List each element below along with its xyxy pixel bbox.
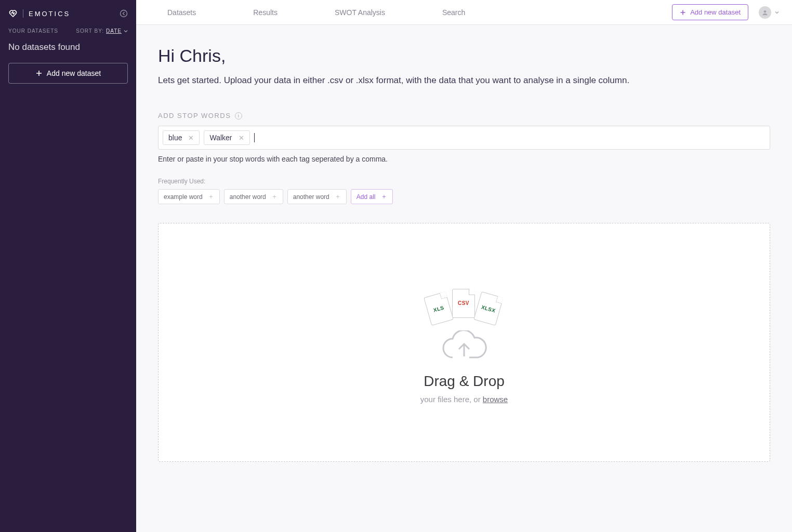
stopword-chip-label: blue bbox=[168, 134, 182, 142]
plus-icon bbox=[680, 9, 686, 16]
chevron-down-icon bbox=[124, 29, 128, 33]
avatar-icon bbox=[759, 6, 771, 19]
your-datasets-label: YOUR DATASETS bbox=[8, 28, 58, 34]
frequent-chip[interactable]: another word ＋ bbox=[287, 189, 347, 204]
sort-by-label: SORT BY: bbox=[76, 28, 104, 34]
tab-datasets[interactable]: Datasets bbox=[167, 8, 196, 17]
sidebar: EMOTICS YOUR DATASETS SORT BY: DATE No d… bbox=[0, 0, 136, 532]
sort-by-value[interactable]: DATE bbox=[106, 28, 122, 34]
stopword-chip: Walker ✕ bbox=[204, 130, 249, 145]
stopword-chip-label: Walker bbox=[209, 134, 232, 142]
tab-results[interactable]: Results bbox=[253, 8, 278, 17]
file-dropzone[interactable]: XLS CSV XLSX Drag & Drop your files here… bbox=[158, 223, 770, 462]
sidebar-header: EMOTICS bbox=[0, 0, 136, 28]
frequent-chip-label: another word bbox=[293, 193, 329, 201]
brand-divider bbox=[23, 9, 23, 18]
plus-icon: ＋ bbox=[208, 192, 214, 201]
plus-icon: ＋ bbox=[271, 192, 278, 201]
stopwords-input[interactable]: blue ✕ Walker ✕ bbox=[158, 126, 770, 150]
sidebar-add-dataset-label: Add new dataset bbox=[47, 69, 101, 77]
topbar-tabs: Datasets Results SWOT Analysis Search bbox=[167, 8, 465, 17]
info-icon[interactable]: i bbox=[235, 112, 242, 119]
main: Datasets Results SWOT Analysis Search Ad… bbox=[136, 0, 792, 532]
tab-search[interactable]: Search bbox=[442, 8, 465, 17]
stopword-chip: blue ✕ bbox=[163, 130, 200, 145]
file-csv-icon: CSV bbox=[452, 289, 475, 318]
plus-icon bbox=[35, 70, 43, 77]
brand: EMOTICS bbox=[8, 9, 70, 18]
plus-icon: ＋ bbox=[335, 192, 341, 201]
plus-icon: ＋ bbox=[381, 192, 387, 201]
remove-chip-icon[interactable]: ✕ bbox=[188, 134, 194, 142]
tab-swot-analysis[interactable]: SWOT Analysis bbox=[335, 8, 385, 17]
collapse-sidebar-icon[interactable] bbox=[120, 9, 128, 18]
brand-logo-icon bbox=[8, 9, 18, 18]
sidebar-add-dataset-button[interactable]: Add new dataset bbox=[8, 63, 128, 84]
no-datasets-text: No datasets found bbox=[0, 40, 136, 63]
stopwords-label: ADD STOP WORDS bbox=[158, 112, 231, 119]
dropzone-title: Drag & Drop bbox=[424, 373, 505, 390]
user-menu[interactable] bbox=[759, 6, 780, 19]
remove-chip-icon[interactable]: ✕ bbox=[239, 134, 244, 142]
stopwords-label-row: ADD STOP WORDS i bbox=[158, 112, 770, 119]
svg-point-1 bbox=[764, 10, 767, 12]
browse-link[interactable]: browse bbox=[483, 395, 508, 404]
topbar-add-dataset-button[interactable]: Add new dataset bbox=[672, 4, 748, 20]
file-xlsx-icon: XLSX bbox=[473, 291, 504, 326]
brand-name: EMOTICS bbox=[29, 10, 70, 18]
file-xls-icon: XLS bbox=[424, 291, 454, 326]
greeting: Hi Chris, bbox=[158, 46, 770, 66]
sidebar-meta: YOUR DATASETS SORT BY: DATE bbox=[0, 28, 136, 40]
subtitle: Lets get started. Upload your data in ei… bbox=[158, 75, 770, 86]
frequent-chip-label: another word bbox=[230, 193, 266, 201]
topbar-add-dataset-label: Add new dataset bbox=[690, 8, 741, 16]
cloud-upload-icon bbox=[438, 330, 490, 365]
content: Hi Chris, Lets get started. Upload your … bbox=[136, 25, 792, 483]
frequently-used-row: example word ＋ another word ＋ another wo… bbox=[158, 189, 770, 204]
frequent-chip[interactable]: another word ＋ bbox=[224, 189, 283, 204]
dropzone-subtitle: your files here, or browse bbox=[420, 395, 508, 404]
frequent-chip-label: example word bbox=[164, 193, 203, 201]
files-graphic: XLS CSV XLSX bbox=[425, 282, 503, 323]
sort-by: SORT BY: DATE bbox=[76, 28, 128, 34]
add-all-button[interactable]: Add all ＋ bbox=[351, 189, 393, 204]
frequent-chip[interactable]: example word ＋ bbox=[158, 189, 220, 204]
stopwords-hint: Enter or paste in your stop words with e… bbox=[158, 155, 770, 163]
topbar: Datasets Results SWOT Analysis Search Ad… bbox=[136, 0, 792, 25]
add-all-label: Add all bbox=[357, 193, 376, 201]
text-cursor bbox=[254, 133, 255, 142]
svg-point-0 bbox=[121, 10, 127, 17]
frequently-used-label: Frequently Used: bbox=[158, 178, 770, 185]
chevron-down-icon bbox=[774, 10, 780, 15]
